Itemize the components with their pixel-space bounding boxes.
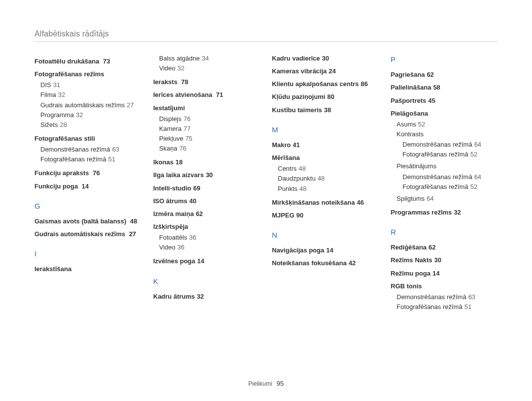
item-label: Video (159, 244, 175, 251)
list-item: Spilgtums64 (397, 194, 498, 204)
item-page: 36 (177, 244, 184, 251)
list-item: Sižets28 (40, 120, 141, 130)
item-page: 76 (179, 145, 186, 152)
entry-page: 73 (103, 58, 110, 65)
index-entry: Kadru vadierīce30 (272, 54, 379, 63)
item-page: 75 (185, 135, 192, 142)
item-label: Fotoattēls (159, 234, 187, 241)
letter-heading-i: I (34, 248, 141, 259)
column-4: P Pagriešana62 Palielināšana58 Pašportre… (391, 54, 498, 316)
index-entry: Režīms Nakts30 (391, 255, 498, 265)
index-entry: Kameras vibrācija24 (272, 66, 379, 76)
entry-label: Ilga laika aizvars (153, 171, 204, 179)
letter-heading-r: R (391, 226, 498, 238)
list-item: Fotografēšanas režīmā52 (402, 182, 498, 192)
entry-label: Palielināšana (391, 84, 431, 91)
sub-sub-list: Demonstrēšanas režīmā64 Fotografēšanas r… (402, 140, 498, 159)
entry-label: Gudrais automātiskais režīms (34, 230, 125, 238)
index-entry: Režīmu poga14 (391, 269, 498, 278)
index-entry: Izšķirtspēja (153, 222, 260, 232)
letter-heading-g: G (34, 200, 141, 212)
item-page: 32 (58, 91, 65, 98)
entry-label: Kļūdu paziņojumi (272, 93, 325, 100)
item-label: Fotografēšanas režīmā (397, 303, 463, 310)
index-entry: Fotografēšanas stili (34, 134, 141, 144)
entry-page: 27 (129, 230, 136, 238)
index-entry: ISO ātrums40 (153, 196, 260, 206)
page-title: Alfabētiskais rādītājs (34, 30, 498, 38)
index-entry: Navigācijas poga14 (272, 246, 379, 255)
entry-label: Klientu apkalpošanas centrs (272, 80, 359, 88)
item-page: 28 (60, 121, 66, 128)
list-item: Video36 (159, 243, 260, 252)
entry-label: Kustību taimeris (272, 106, 322, 114)
entry-page: 30 (206, 171, 213, 179)
item-label: Filma (40, 91, 56, 98)
entry-label: Navigācijas poga (272, 247, 324, 254)
index-entry: Fotografēšanas režīms (34, 69, 141, 79)
entry-label: Rediģēšana (391, 244, 427, 251)
index-entry: Ikonas18 (153, 157, 260, 167)
list-item: Piesātinājums (397, 161, 498, 171)
entry-label: Makro (272, 141, 291, 149)
divider (34, 41, 498, 42)
list-item: Skaņa76 (159, 144, 260, 154)
index-entry: Pašportrets45 (391, 96, 498, 106)
entry-label: ISO ātrums (153, 197, 187, 205)
list-item: Displejs76 (159, 114, 260, 124)
item-label: DIS (40, 81, 51, 89)
sub-list: Asums52 Kontrasts Demonstrēšanas režīmā6… (397, 120, 498, 204)
index-entry: Makro41 (272, 140, 379, 150)
entry-label: MJPEG (272, 212, 295, 219)
item-page: 52 (418, 121, 425, 128)
item-label: Kamera (159, 125, 182, 132)
list-item: Fotografēšanas režīmā51 (40, 154, 141, 164)
entry-label: Pagriešana (391, 71, 425, 78)
entry-label: Ikonas (153, 158, 173, 166)
index-entry: Iestatījumi (153, 103, 260, 113)
list-item: Fotoattēls36 (159, 233, 260, 243)
index-entry: Izmēra maiņa62 (153, 209, 260, 219)
entry-label: Programmas režīms (391, 209, 452, 216)
entry-page: 62 (427, 71, 433, 78)
entry-page: 18 (175, 158, 182, 166)
entry-page: 14 (197, 257, 204, 265)
index-entry: Gudrais automātiskais režīms 27 (34, 229, 141, 239)
index-entry: Funkciju apraksts 76 (34, 168, 141, 178)
letter-heading-m: M (272, 124, 379, 135)
entry-label: Funkciju apraksts (34, 169, 89, 177)
item-page: 52 (470, 183, 477, 190)
item-label: Demonstrēšanas režīmā (402, 173, 472, 181)
entry-page: 62 (196, 210, 202, 217)
item-page: 52 (470, 151, 477, 158)
entry-page: 80 (327, 93, 334, 100)
list-item: Kamera77 (159, 124, 260, 134)
entry-page: 32 (197, 293, 204, 300)
item-label: Balss atgādne (159, 55, 200, 62)
letter-heading-n: N (272, 229, 379, 241)
item-label: Fotografēšanas režīmā (402, 183, 468, 190)
index-entry: Izvēlnes poga14 (153, 256, 260, 266)
entry-page: 14 (432, 270, 439, 277)
entry-label: Fotoattēlu drukāšana (34, 58, 99, 65)
item-label: Video (159, 64, 175, 72)
index-entry: Ieraksts 78 (153, 77, 260, 87)
item-page: 27 (127, 101, 133, 109)
index-entry: Gaismas avots (baltā balanss) 48 (34, 216, 141, 226)
list-item: Demonstrēšanas režīmā63 (397, 292, 498, 302)
entry-label: Kadru vadierīce (272, 55, 320, 62)
list-item: Fotografēšanas režīmā51 (397, 302, 498, 312)
entry-label: Ierīces atvienošana (153, 91, 212, 98)
column-1: Fotoattēlu drukāšana 73 Fotografēšanas r… (34, 54, 141, 316)
item-label: Asums (397, 121, 416, 128)
item-label: Skaņa (159, 145, 177, 152)
letter-heading-k: K (153, 276, 260, 287)
entry-label: Ieraksts (153, 78, 177, 86)
index-entry: Fotoattēlu drukāšana 73 (34, 57, 141, 66)
index-entry: Kļūdu paziņojumi80 (272, 92, 379, 102)
list-item: Fotografēšanas režīmā52 (402, 150, 498, 159)
item-label: Fotografēšanas režīmā (40, 155, 106, 163)
entry-page: 40 (189, 197, 196, 205)
footer-page: 95 (276, 380, 283, 387)
list-item: Asums52 (397, 120, 498, 129)
